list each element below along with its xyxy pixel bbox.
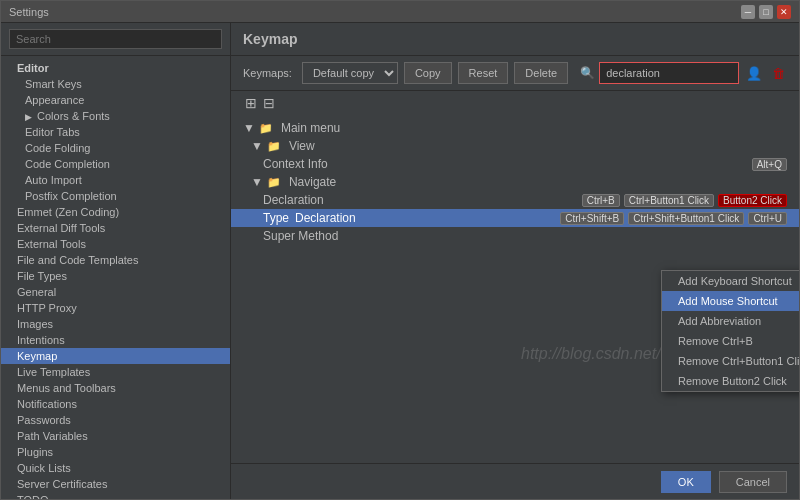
sidebar-item-editor-tabs[interactable]: Editor Tabs — [1, 124, 230, 140]
ok-button[interactable]: OK — [661, 471, 711, 493]
triangle-icon-navigate: ▼ — [251, 175, 263, 189]
type-shortcut1: Ctrl+Shift+B — [560, 212, 624, 225]
sidebar-item-images[interactable]: Images — [1, 316, 230, 332]
tree-declaration[interactable]: Declaration Ctrl+B Ctrl+Button1 Click Bu… — [231, 191, 799, 209]
tree-main-menu[interactable]: ▼ 📁 Main menu — [231, 119, 799, 137]
sidebar-item-server-certs[interactable]: Server Certificates — [1, 476, 230, 492]
sidebar-item-plugins[interactable]: Plugins — [1, 444, 230, 460]
sidebar-list: Editor Smart Keys Appearance ▶ Colors & … — [1, 56, 230, 499]
sidebar-item-live-templates[interactable]: Live Templates — [1, 364, 230, 380]
sidebar-item-external-tools[interactable]: External Tools — [1, 236, 230, 252]
search-right: 🔍 👤 🗑 — [580, 62, 788, 84]
tree-super-method[interactable]: Super Method — [231, 227, 799, 245]
context-menu: Add Keyboard Shortcut Add Mouse Shortcut… — [661, 270, 799, 392]
triangle-icon: ▼ — [243, 121, 255, 135]
navigate-label: Navigate — [289, 175, 336, 189]
sidebar-item-quick-lists[interactable]: Quick Lists — [1, 460, 230, 476]
sidebar-item-code-completion[interactable]: Code Completion — [1, 156, 230, 172]
tree-type-declaration[interactable]: Type Declaration Ctrl+Shift+B Ctrl+Shift… — [231, 209, 799, 227]
cancel-button[interactable]: Cancel — [719, 471, 787, 493]
decl-shortcut2: Ctrl+Button1 Click — [624, 194, 714, 207]
keymap-search-input[interactable] — [599, 62, 739, 84]
type-declaration-shortcuts: Ctrl+Shift+B Ctrl+Shift+Button1 Click Ct… — [560, 212, 787, 225]
watermark: http://blog.csdn.net/ — [521, 345, 661, 363]
sidebar-item-smart-keys[interactable]: Smart Keys — [1, 76, 230, 92]
triangle-icon-view: ▼ — [251, 139, 263, 153]
window-title: Settings — [9, 6, 49, 18]
sidebar-item-general[interactable]: General — [1, 284, 230, 300]
main-menu-label: Main menu — [281, 121, 340, 135]
sidebar-item-intentions[interactable]: Intentions — [1, 332, 230, 348]
reset-button[interactable]: Reset — [458, 62, 509, 84]
sidebar-item-emmet[interactable]: Emmet (Zen Coding) — [1, 204, 230, 220]
copy-button[interactable]: Copy — [404, 62, 452, 84]
maximize-button[interactable]: □ — [759, 5, 773, 19]
keymap-icon-toolbar: ⊞ ⊟ — [231, 91, 799, 115]
panel-title: Keymap — [231, 23, 799, 56]
settings-window: Settings ─ □ ✕ Editor Smart Keys Appeara… — [0, 0, 800, 500]
sidebar-item-postfix-completion[interactable]: Postfix Completion — [1, 188, 230, 204]
sidebar-item-external-diff[interactable]: External Diff Tools — [1, 220, 230, 236]
context-menu-remove-ctrl-b[interactable]: Remove Ctrl+B — [662, 331, 799, 351]
tree-context-info[interactable]: Context Info Alt+Q — [231, 155, 799, 173]
minimize-button[interactable]: ─ — [741, 5, 755, 19]
sidebar-item-notifications[interactable]: Notifications — [1, 396, 230, 412]
bottom-bar: OK Cancel — [231, 463, 799, 499]
sidebar-item-menus-toolbars[interactable]: Menus and Toolbars — [1, 380, 230, 396]
close-button[interactable]: ✕ — [777, 5, 791, 19]
context-info-shortcuts: Alt+Q — [752, 158, 787, 171]
sidebar: Editor Smart Keys Appearance ▶ Colors & … — [1, 23, 231, 499]
type-declaration-label: Declaration — [293, 211, 358, 225]
keymaps-label: Keymaps: — [243, 67, 292, 79]
decl-shortcut3: Button2 Click — [718, 194, 787, 207]
context-info-label: Context Info — [263, 157, 328, 171]
context-menu-remove-btn2[interactable]: Remove Button2 Click — [662, 371, 799, 391]
sidebar-item-file-types[interactable]: File Types — [1, 268, 230, 284]
context-menu-add-abbreviation[interactable]: Add Abbreviation — [662, 311, 799, 331]
sidebar-item-http-proxy[interactable]: HTTP Proxy — [1, 300, 230, 316]
collapse-all-button[interactable]: ⊟ — [261, 95, 277, 111]
window-controls: ─ □ ✕ — [741, 5, 791, 19]
folder-icon: 📁 — [259, 122, 273, 135]
main-content: Editor Smart Keys Appearance ▶ Colors & … — [1, 23, 799, 499]
folder-icon-view: 📁 — [267, 140, 281, 153]
super-method-label: Super Method — [263, 229, 338, 243]
sidebar-item-file-code-templates[interactable]: File and Code Templates — [1, 252, 230, 268]
sidebar-item-path-variables[interactable]: Path Variables — [1, 428, 230, 444]
declaration-shortcuts: Ctrl+B Ctrl+Button1 Click Button2 Click — [582, 194, 787, 207]
sidebar-item-passwords[interactable]: Passwords — [1, 412, 230, 428]
context-menu-add-mouse[interactable]: Add Mouse Shortcut — [662, 291, 799, 311]
search-icon: 🔍 — [580, 66, 595, 80]
expand-all-button[interactable]: ⊞ — [243, 95, 259, 111]
keymaps-select[interactable]: Default copy — [302, 62, 398, 84]
sidebar-item-keymap[interactable]: Keymap — [1, 348, 230, 364]
keymap-toolbar: Keymaps: Default copy Copy Reset Delete … — [231, 56, 799, 91]
title-bar: Settings ─ □ ✕ — [1, 1, 799, 23]
delete-button[interactable]: Delete — [514, 62, 568, 84]
folder-icon-navigate: 📁 — [267, 176, 281, 189]
tree-view[interactable]: ▼ 📁 View — [231, 137, 799, 155]
delete-search-icon-button[interactable]: 🗑 — [769, 66, 788, 81]
sidebar-item-code-folding[interactable]: Code Folding — [1, 140, 230, 156]
sidebar-item-appearance[interactable]: Appearance — [1, 92, 230, 108]
context-info-shortcut: Alt+Q — [752, 158, 787, 171]
type-shortcut3: Ctrl+U — [748, 212, 787, 225]
context-menu-add-keyboard[interactable]: Add Keyboard Shortcut — [662, 271, 799, 291]
sidebar-search-input[interactable] — [9, 29, 222, 49]
sidebar-item-colors-fonts[interactable]: ▶ Colors & Fonts — [1, 108, 230, 124]
user-icon-button[interactable]: 👤 — [743, 66, 765, 81]
keymap-content: ▼ 📁 Main menu ▼ 📁 View Conte — [231, 115, 799, 463]
decl-shortcut1: Ctrl+B — [582, 194, 620, 207]
type-shortcut2: Ctrl+Shift+Button1 Click — [628, 212, 744, 225]
sidebar-item-auto-import[interactable]: Auto Import — [1, 172, 230, 188]
declaration-label: Declaration — [263, 193, 324, 207]
tree-navigate[interactable]: ▼ 📁 Navigate — [231, 173, 799, 191]
sidebar-item-todo[interactable]: TODO — [1, 492, 230, 499]
main-panel: Keymap Keymaps: Default copy Copy Reset … — [231, 23, 799, 499]
context-menu-remove-ctrl-btn1[interactable]: Remove Ctrl+Button1 Click — [662, 351, 799, 371]
sidebar-item-editor[interactable]: Editor — [1, 60, 230, 76]
type-prefix-label: Type — [263, 211, 289, 225]
view-label: View — [289, 139, 315, 153]
sidebar-search-box — [1, 23, 230, 56]
